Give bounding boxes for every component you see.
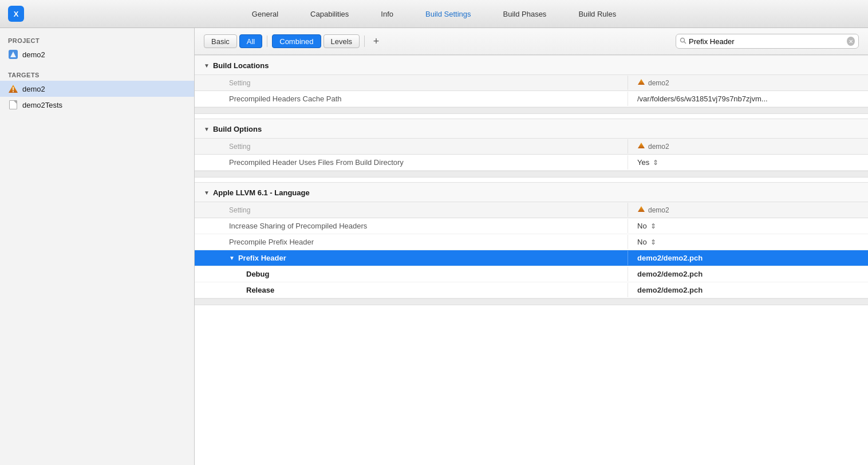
row-prefix-header[interactable]: ▼ Prefix Header demo2/demo2.pch bbox=[195, 250, 868, 266]
section-build-options[interactable]: ▼ Build Options bbox=[195, 119, 868, 139]
target-icon-demo2tests bbox=[8, 100, 18, 110]
search-clear-button[interactable]: ✕ bbox=[847, 37, 855, 46]
setting-value-uses-files: Yes ⇕ bbox=[628, 155, 868, 170]
target-label-demo2tests: demo2Tests bbox=[22, 101, 62, 109]
add-setting-button[interactable]: + bbox=[369, 34, 383, 48]
spacer-2 bbox=[195, 171, 868, 178]
nav-build-rules[interactable]: Build Rules bbox=[562, 0, 632, 28]
svg-marker-9 bbox=[638, 79, 645, 85]
sidebar-item-target-demo2tests[interactable]: demo2Tests bbox=[0, 97, 194, 113]
setting-value-prefix-header: demo2/demo2.pch bbox=[628, 251, 868, 265]
section-title-build-options: Build Options bbox=[213, 125, 262, 133]
main-layout: PROJECT demo2 TARGETS bbox=[0, 28, 868, 465]
svg-marker-10 bbox=[638, 143, 645, 148]
svg-marker-11 bbox=[638, 206, 645, 212]
row-prefix-header-release[interactable]: Release demo2/demo2.pch bbox=[195, 282, 868, 298]
stepper-uses-files[interactable]: ⇕ bbox=[653, 159, 658, 167]
settings-table: ▼ Build Locations Setting bbox=[195, 55, 868, 465]
title-bar-nav: General Capabilities Info Build Settings… bbox=[236, 0, 632, 28]
setting-label-release: Release bbox=[195, 283, 628, 297]
setting-label-debug: Debug bbox=[195, 267, 628, 281]
nav-build-settings[interactable]: Build Settings bbox=[409, 0, 487, 28]
col-header-value-llvm: demo2 bbox=[628, 203, 868, 217]
setting-value-debug: demo2/demo2.pch bbox=[628, 267, 868, 281]
setting-label-prefix-header: ▼ Prefix Header bbox=[195, 251, 628, 265]
all-button[interactable]: All bbox=[239, 34, 262, 48]
search-box: ✕ bbox=[676, 34, 859, 49]
row-precompile-prefix[interactable]: Precompile Prefix Header No ⇕ bbox=[195, 234, 868, 250]
content-area: Basic All Combined Levels + ✕ bbox=[195, 28, 868, 465]
section-title-apple-llvm: Apple LLVM 6.1 - Language bbox=[213, 188, 310, 197]
spacer-3 bbox=[195, 298, 868, 305]
setting-label-uses-files: Precompiled Header Uses Files From Build… bbox=[195, 155, 628, 170]
svg-line-8 bbox=[684, 41, 686, 44]
setting-value-release: demo2/demo2.pch bbox=[628, 283, 868, 297]
target-icon-demo2 bbox=[8, 84, 18, 94]
toolbar-divider-2 bbox=[364, 36, 365, 47]
section-build-locations[interactable]: ▼ Build Locations bbox=[195, 55, 868, 75]
title-bar: X General Capabilities Info Build Settin… bbox=[0, 0, 868, 28]
spacer-1 bbox=[195, 107, 868, 114]
row-increase-sharing[interactable]: Increase Sharing of Precompiled Headers … bbox=[195, 218, 868, 234]
target-icon-col-options bbox=[637, 142, 645, 151]
target-icon-col-locations bbox=[637, 78, 645, 87]
sidebar: PROJECT demo2 TARGETS bbox=[0, 28, 195, 465]
toolbar: Basic All Combined Levels + ✕ bbox=[195, 28, 868, 55]
section-title-build-locations: Build Locations bbox=[213, 61, 269, 70]
toolbar-divider-1 bbox=[267, 36, 267, 47]
col-header-setting-locations: Setting bbox=[195, 76, 628, 90]
setting-value-precompile-prefix: No ⇕ bbox=[628, 235, 868, 249]
setting-label-cache-path: Precompiled Headers Cache Path bbox=[195, 92, 628, 106]
row-precompiled-cache-path[interactable]: Precompiled Headers Cache Path /var/fold… bbox=[195, 91, 868, 107]
section-triangle-icon-3: ▼ bbox=[204, 190, 210, 196]
col-header-setting-options: Setting bbox=[195, 140, 628, 153]
stepper-increase-sharing[interactable]: ⇕ bbox=[650, 222, 656, 230]
section-apple-llvm[interactable]: ▼ Apple LLVM 6.1 - Language bbox=[195, 182, 868, 202]
section-triangle-icon: ▼ bbox=[204, 62, 210, 69]
nav-info[interactable]: Info bbox=[365, 0, 409, 28]
row-prefix-header-debug[interactable]: Debug demo2/demo2.pch bbox=[195, 266, 868, 282]
setting-label-increase-sharing: Increase Sharing of Precompiled Headers bbox=[195, 219, 628, 233]
col-header-row-locations: Setting demo2 bbox=[195, 75, 868, 91]
col-header-value-locations: demo2 bbox=[628, 76, 868, 90]
target-icon-col-llvm bbox=[637, 206, 645, 214]
search-input[interactable] bbox=[689, 37, 845, 46]
col-header-row-options: Setting demo2 bbox=[195, 139, 868, 155]
nav-capabilities[interactable]: Capabilities bbox=[294, 0, 365, 28]
xcode-icon: X bbox=[8, 6, 24, 22]
nav-general[interactable]: General bbox=[236, 0, 294, 28]
svg-point-6 bbox=[13, 91, 14, 92]
col-header-value-options: demo2 bbox=[628, 139, 868, 153]
setting-value-increase-sharing: No ⇕ bbox=[628, 219, 868, 233]
target-label-demo2: demo2 bbox=[22, 85, 45, 93]
basic-button[interactable]: Basic bbox=[204, 34, 237, 48]
combined-button[interactable]: Combined bbox=[272, 34, 321, 48]
sidebar-item-project[interactable]: demo2 bbox=[0, 46, 194, 62]
setting-label-precompile-prefix: Precompile Prefix Header bbox=[195, 235, 628, 249]
col-header-row-llvm: Setting demo2 bbox=[195, 202, 868, 218]
targets-section-label: TARGETS bbox=[0, 68, 194, 81]
nav-build-phases[interactable]: Build Phases bbox=[487, 0, 562, 28]
project-label: demo2 bbox=[22, 50, 45, 59]
levels-button[interactable]: Levels bbox=[323, 34, 360, 48]
setting-value-cache-path: /var/folders/6s/w31851vj79s7nb7zjvm... bbox=[628, 92, 868, 106]
search-icon bbox=[680, 37, 686, 46]
project-section-label: PROJECT bbox=[0, 34, 194, 46]
svg-text:X: X bbox=[14, 10, 19, 18]
svg-point-7 bbox=[681, 38, 685, 42]
stepper-precompile-prefix[interactable]: ⇕ bbox=[650, 238, 656, 246]
prefix-header-triangle: ▼ bbox=[229, 255, 235, 261]
sidebar-item-target-demo2[interactable]: demo2 bbox=[0, 81, 194, 97]
section-triangle-icon-2: ▼ bbox=[204, 126, 210, 132]
project-icon bbox=[8, 49, 18, 60]
row-precompiled-header-uses-files[interactable]: Precompiled Header Uses Files From Build… bbox=[195, 155, 868, 171]
col-header-setting-llvm: Setting bbox=[195, 203, 628, 217]
